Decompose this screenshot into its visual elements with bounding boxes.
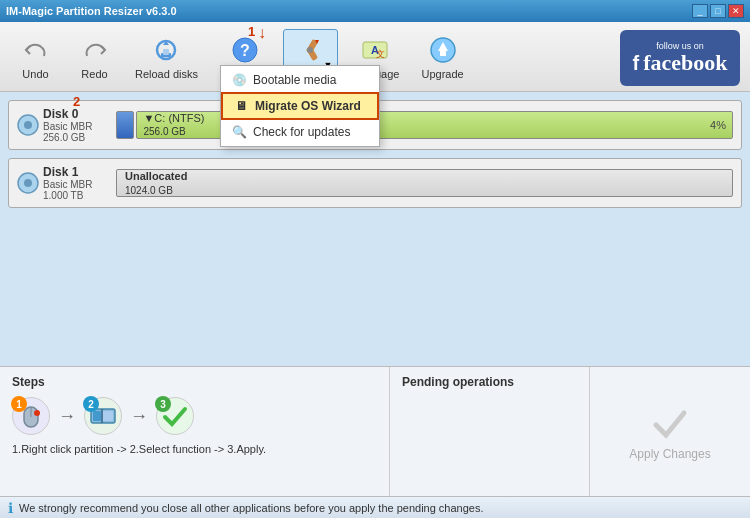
disk1-bar: Unallocated1024.0 GB	[116, 166, 733, 200]
svg-point-21	[34, 410, 40, 416]
disk0-label: Disk 0 Basic MBR 256.0 GB	[43, 107, 108, 143]
svg-text:文: 文	[375, 49, 384, 59]
facebook-banner[interactable]: follow us on f facebook	[620, 30, 740, 86]
undo-button[interactable]: Undo	[8, 29, 63, 85]
undo-icon	[22, 34, 50, 66]
bootable-media-item[interactable]: 💿 Bootable media	[221, 68, 379, 92]
language-icon: A 文	[360, 34, 390, 66]
tools-icon	[295, 34, 325, 66]
disk1-icon	[17, 172, 39, 194]
arrow2: →	[130, 406, 148, 427]
disk0-name: Disk 0	[43, 107, 108, 121]
pending-title: Pending operations	[402, 375, 577, 389]
app-title: IM-Magic Partition Resizer v6.3.0	[6, 5, 177, 17]
annotation-1: 1	[248, 24, 255, 39]
disk0-type: Basic MBR	[43, 121, 108, 132]
disk1-unalloc-label: Unallocated1024.0 GB	[117, 169, 187, 198]
annotation-arrow: ↓	[258, 24, 266, 42]
arrow1: →	[58, 406, 76, 427]
upgrade-label: Upgrade	[421, 68, 463, 80]
bootable-icon: 💿	[231, 72, 247, 88]
migrate-icon: 🖥	[233, 98, 249, 114]
title-bar: IM-Magic Partition Resizer v6.3.0 _ □ ✕	[0, 0, 750, 22]
minimize-button[interactable]: _	[692, 4, 708, 18]
steps-title: Steps	[12, 375, 377, 389]
step1-num: 1	[11, 396, 27, 412]
apply-label: Apply Changes	[629, 447, 710, 461]
reload-icon	[151, 34, 181, 66]
svg-point-7	[307, 47, 313, 53]
annotation-2: 2	[73, 94, 80, 109]
steps-section: Steps 1 → 2	[0, 367, 390, 496]
reload-disks-button[interactable]: Reload disks	[126, 29, 207, 85]
steps-flow: 1 → 2 → 3	[12, 397, 377, 435]
fb-brand-text: facebook	[643, 51, 727, 75]
disk0-icon-label: Disk 0 Basic MBR 256.0 GB	[17, 107, 108, 143]
updates-icon: 🔍	[231, 124, 247, 140]
close-button[interactable]: ✕	[728, 4, 744, 18]
window-controls: _ □ ✕	[692, 4, 744, 18]
status-message: We strongly recommend you close all othe…	[19, 502, 484, 514]
disk1-icon-label: Disk 1 Basic MBR 1.000 TB	[17, 165, 108, 201]
step3-icon: 3	[156, 397, 194, 435]
step2-num: 2	[83, 396, 99, 412]
redo-label: Redo	[81, 68, 107, 80]
bootable-label: Bootable media	[253, 73, 336, 87]
migrate-os-item[interactable]: 🖥 Migrate OS Wizard	[221, 92, 379, 120]
info-icon: ℹ	[8, 500, 13, 516]
disk0-size: 256.0 GB	[43, 132, 108, 143]
svg-rect-2	[163, 49, 169, 55]
reload-label: Reload disks	[135, 68, 198, 80]
pending-section: Pending operations	[390, 367, 590, 496]
apply-changes-button[interactable]: Apply Changes	[621, 395, 718, 469]
howto-icon: ?	[230, 34, 260, 66]
apply-section: Apply Changes	[590, 367, 750, 496]
maximize-button[interactable]: □	[710, 4, 726, 18]
disk1-label: Disk 1 Basic MBR 1.000 TB	[43, 165, 108, 201]
upgrade-button[interactable]: Upgrade	[412, 29, 472, 85]
step3-num: 3	[155, 396, 171, 412]
redo-button[interactable]: Redo	[67, 29, 122, 85]
disk1-size: 1.000 TB	[43, 190, 108, 201]
disk0-icon	[17, 114, 39, 136]
fb-f-icon: f	[633, 52, 640, 75]
tools-dropdown: 💿 Bootable media 🖥 Migrate OS Wizard 🔍 C…	[220, 65, 380, 147]
steps-description: 1.Right click partition -> 2.Select func…	[12, 443, 377, 455]
bottom-panel: Steps 1 → 2	[0, 366, 750, 496]
step1-icon: 1	[12, 397, 50, 435]
svg-text:?: ?	[240, 42, 250, 59]
disk1-panel: Disk 1 Basic MBR 1.000 TB Unallocated102…	[8, 158, 742, 208]
redo-icon	[81, 34, 109, 66]
disk1-unalloc[interactable]: Unallocated1024.0 GB	[116, 169, 733, 197]
upgrade-icon	[428, 34, 458, 66]
disk0-bar: ▼C: (NTFS)256.0 GB 4%	[116, 108, 733, 142]
apply-icon	[650, 403, 690, 443]
svg-rect-24	[103, 411, 113, 421]
svg-rect-23	[93, 411, 101, 421]
updates-label: Check for updates	[253, 125, 350, 139]
disk0-pct: 4%	[710, 119, 726, 131]
disk1-type: Basic MBR	[43, 179, 108, 190]
disk0-part1[interactable]	[116, 111, 134, 139]
migrate-label: Migrate OS Wizard	[255, 99, 361, 113]
svg-point-18	[24, 179, 32, 187]
status-bar: ℹ We strongly recommend you close all ot…	[0, 496, 750, 518]
svg-point-16	[24, 121, 32, 129]
disk1-name: Disk 1	[43, 165, 108, 179]
check-updates-item[interactable]: 🔍 Check for updates	[221, 120, 379, 144]
svg-rect-14	[440, 51, 446, 56]
step2-icon: 2	[84, 397, 122, 435]
disk0-part2-label: ▼C: (NTFS)256.0 GB	[137, 112, 204, 138]
undo-label: Undo	[22, 68, 48, 80]
